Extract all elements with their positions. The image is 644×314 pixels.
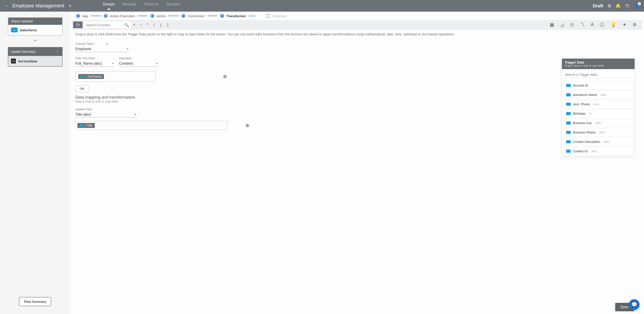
chevron-down-icon: ▼ [126, 48, 129, 50]
trigger-field-type: (abc) [600, 93, 607, 96]
choose-table-select[interactable]: Employee ▼ [75, 46, 129, 52]
fx-icon[interactable]: ƒx [73, 22, 82, 28]
salesforce-mini-icon [566, 112, 571, 115]
action-card[interactable]: Update Record(s) ⋮ now ServiceNow [8, 47, 62, 67]
chevron-down-icon: ▼ [134, 113, 137, 116]
servicenow-icon: now [11, 58, 16, 64]
salesforce-mini-icon [566, 93, 571, 96]
avatar-icon[interactable]: 👤▲ [634, 3, 640, 8]
trigger-search-input[interactable] [564, 71, 632, 78]
title-chip-label: Title [87, 124, 92, 127]
op-paren-close[interactable]: ) [164, 22, 171, 27]
title-chip[interactable]: | Title [77, 123, 95, 128]
op-multiply[interactable]: * [144, 22, 151, 27]
trigger-card[interactable]: Object Updated sf Salesforce [8, 17, 62, 36]
update-value-row: | Title ⊕ [75, 121, 639, 130]
text-icon[interactable]: A [591, 22, 594, 28]
trigger-field-item[interactable]: Contact Description(abc) [564, 138, 633, 146]
tab-manage[interactable]: Manage [122, 2, 136, 10]
step-radio-empty-icon [266, 14, 270, 18]
trigger-field-item[interactable]: Birthdate🗓 [564, 109, 633, 118]
step-action-execution[interactable]: Action Execution [104, 14, 135, 18]
update-field-value: Title (abc) [75, 112, 91, 116]
update-value-input[interactable]: | Title [75, 121, 228, 130]
trigger-field-item[interactable]: Account ID [564, 81, 633, 90]
step-label: Summary [272, 14, 287, 18]
chart-icon[interactable]: 〽 [580, 22, 584, 28]
salesforce-mini-icon [80, 124, 83, 127]
spark-icon[interactable]: ✦ [622, 22, 626, 28]
update-field-select[interactable]: Title (abc) ▼ [75, 112, 137, 118]
page-title: Employee Management [12, 3, 64, 9]
help-icon[interactable]: ?⃝ [626, 3, 630, 8]
tab-recipes[interactable]: Recipes [166, 2, 180, 10]
op-minus[interactable]: − [138, 22, 144, 27]
chip-sep: | [86, 75, 86, 78]
clock-icon[interactable]: ◷ [570, 22, 574, 28]
step-action[interactable]: Action [150, 14, 166, 18]
trigger-provider: Salesforce [20, 28, 37, 32]
filter-chip[interactable]: | Full Name [78, 74, 104, 79]
main-layout: Object Updated sf Salesforce ︾ Update Re… [0, 12, 644, 314]
flow-summary-button[interactable]: Flow Summary [19, 297, 51, 306]
angle-icon[interactable]: ◿ [560, 22, 564, 28]
update-field-label: Update Field [75, 108, 639, 111]
open-external-icon[interactable]: ⧉ [608, 3, 611, 8]
colon-sep: : [139, 112, 140, 117]
table-icon[interactable]: ▦ [550, 22, 554, 28]
salesforce-mini-icon [566, 131, 571, 134]
trigger-field-list[interactable]: Account ID Assistant's Name(abc) Asst. P… [562, 80, 634, 156]
transformer-panel: ◀ Drag & drop or click fields from the T… [70, 30, 644, 314]
edit-title-icon[interactable]: ✎ [69, 4, 72, 8]
search-icon[interactable]: 🔍 [124, 22, 129, 28]
trigger-field-item[interactable]: Business Phone(abc) [564, 128, 633, 137]
step-transformer[interactable]: Transformer [220, 14, 246, 18]
op-plus[interactable]: + [131, 22, 138, 27]
trigger-data-panel: Trigger Data Drag & drop or click to map… [562, 58, 634, 156]
step-summary[interactable]: Summary [266, 14, 287, 18]
filter-field-value: Full_Name (abc) [75, 62, 102, 66]
gears-icon[interactable]: ⚙ [632, 22, 636, 28]
step-radio-icon [104, 14, 108, 18]
tab-observe[interactable]: Observe [144, 2, 158, 10]
trigger-field-type: (abc) [595, 122, 601, 124]
add-filter-icon[interactable]: ⊕ [223, 74, 227, 80]
trigger-field-name: Assistant's Name [573, 93, 597, 96]
step-app[interactable]: App [76, 14, 88, 18]
step-connection[interactable]: Connection [181, 14, 204, 18]
function-search-input[interactable] [84, 22, 131, 28]
app-header: ← Employee Management ✎ Design Manage Ob… [0, 0, 644, 12]
avatar-alert-badge: ▲ [638, 2, 641, 5]
fn-search-wrap: 🔍 [82, 22, 131, 28]
trigger-field-item[interactable]: Contact ID(abc) [564, 147, 633, 156]
trigger-panel-header: Trigger Data Drag & drop or click to map… [562, 58, 634, 69]
filter-field-label: Filter The Field [75, 56, 114, 60]
filter-field-select[interactable]: Full_Name (abc) ▼ [75, 60, 114, 67]
flow-arrow-icon: ︾ [8, 39, 62, 44]
step-radio-icon [150, 14, 154, 18]
filter-value-input[interactable]: | Full Name [75, 71, 156, 82]
trigger-field-item[interactable]: Asst. Phone(abc) [564, 100, 633, 108]
step-connector [168, 16, 179, 16]
lightbulb-icon[interactable]: 💡 [611, 22, 616, 28]
add-mapping-icon[interactable]: ⊕ [245, 122, 249, 128]
action-card-menu-icon[interactable]: ⋮ [56, 49, 60, 54]
action-card-body: now ServiceNow [8, 56, 62, 66]
chevron-down-icon: ▼ [112, 62, 114, 65]
op-paren-open[interactable]: ( [158, 22, 164, 27]
trigger-panel-sub: Drag & drop or click to map fields [564, 64, 632, 67]
salesforce-mini-icon [566, 150, 571, 153]
info-icon[interactable]: ⓘ [600, 22, 604, 28]
chat-bubble-icon[interactable]: 💬 [629, 299, 640, 310]
operation-select[interactable]: Contains ▼ [119, 60, 158, 67]
tab-design[interactable]: Design [103, 2, 115, 10]
back-arrow-icon[interactable]: ← [4, 3, 9, 8]
trigger-field-item[interactable]: Business Fax(abc) [564, 119, 633, 127]
step-dots-connector [249, 16, 255, 16]
op-divide[interactable]: / [151, 22, 158, 27]
trigger-field-item[interactable]: Assistant's Name(abc) [564, 90, 633, 99]
helper-text: Drag & drop or click fields from the Tri… [75, 32, 639, 36]
bell-icon[interactable]: 🔔 [616, 3, 621, 8]
or-button[interactable]: OR [75, 85, 88, 92]
trigger-field-name: Account ID [573, 84, 588, 87]
